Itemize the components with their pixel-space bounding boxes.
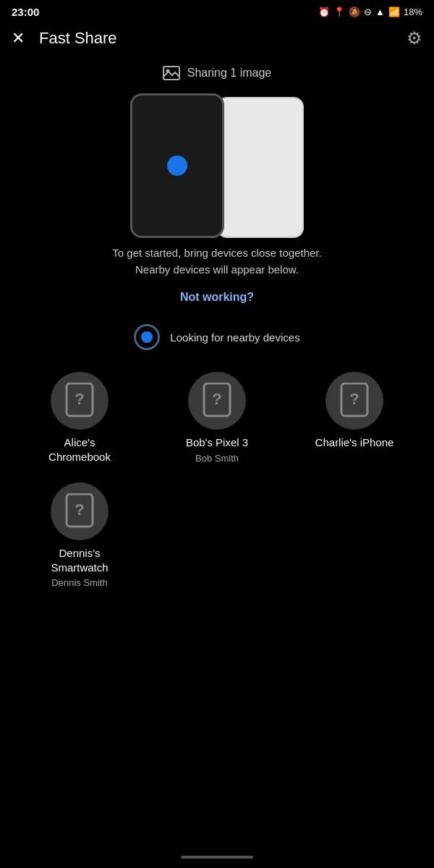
- svg-text:?: ?: [212, 390, 221, 408]
- settings-button[interactable]: ⚙: [407, 28, 422, 48]
- description-text: To get started, bring devices close toge…: [0, 245, 434, 278]
- not-working-link[interactable]: Not working?: [180, 291, 254, 303]
- phone-dot: [167, 156, 187, 176]
- bottom-bar: [0, 846, 434, 868]
- sharing-text: Sharing 1 image: [187, 67, 272, 80]
- battery-icon: 18%: [404, 7, 422, 17]
- device-avatar-alice: ?: [51, 372, 109, 430]
- top-bar-left: ✕ Fast Share: [12, 29, 117, 48]
- svg-text:?: ?: [349, 390, 359, 408]
- mute-icon: 🔕: [349, 7, 360, 17]
- location-icon: 📍: [333, 7, 345, 17]
- home-indicator: [181, 856, 253, 859]
- status-icons: ⏰ 📍 🔕 ⊖ ▲ 📶 18%: [318, 7, 422, 17]
- device-sub-dennis: Dennis Smith: [51, 577, 107, 588]
- device-icon-dennis: ?: [64, 493, 95, 529]
- device-name-alice: Alice'sChromebook: [48, 435, 111, 464]
- device-item-alice[interactable]: ? Alice'sChromebook: [14, 366, 145, 469]
- device-name-dennis: Dennis'sSmartwatch: [51, 546, 108, 574]
- device-avatar-dennis: ?: [51, 482, 109, 540]
- app-title: Fast Share: [39, 29, 117, 48]
- device-name-charlie: Charlie's iPhone: [315, 435, 394, 450]
- svg-text:?: ?: [75, 501, 84, 519]
- devices-grid: ? Alice'sChromebook ? Bob's Pixel 3 Bob …: [0, 366, 434, 594]
- device-icon-charlie: ?: [339, 383, 370, 419]
- device-avatar-charlie: ?: [326, 372, 383, 430]
- radar-ring: [135, 325, 159, 349]
- radar-icon: [134, 324, 160, 350]
- svg-text:?: ?: [75, 390, 84, 408]
- alarm-icon: ⏰: [318, 7, 330, 17]
- device-item-charlie[interactable]: ? Charlie's iPhone: [289, 366, 420, 469]
- svg-rect-0: [163, 67, 179, 80]
- device-item-bob[interactable]: ? Bob's Pixel 3 Bob Smith: [152, 366, 282, 469]
- device-name-bob: Bob's Pixel 3: [186, 435, 248, 450]
- device-item-dennis[interactable]: ? Dennis'sSmartwatch Dennis Smith: [14, 477, 145, 594]
- image-icon: [163, 66, 180, 80]
- top-bar: ✕ Fast Share ⚙: [0, 21, 434, 59]
- phone-illustration: [0, 93, 434, 238]
- looking-row: Looking for nearby devices: [0, 324, 434, 350]
- device-icon-alice: ?: [64, 383, 95, 419]
- status-time: 23:00: [12, 6, 39, 18]
- phone-dark: [130, 93, 224, 238]
- looking-text: Looking for nearby devices: [170, 331, 299, 344]
- close-button[interactable]: ✕: [12, 30, 25, 46]
- dnd-icon: ⊖: [364, 7, 372, 17]
- device-avatar-bob: ?: [188, 372, 246, 430]
- device-sub-bob: Bob Smith: [195, 453, 239, 464]
- sharing-info: Sharing 1 image: [0, 66, 434, 80]
- signal-icon: 📶: [388, 7, 400, 17]
- status-bar: 23:00 ⏰ 📍 🔕 ⊖ ▲ 📶 18%: [0, 0, 434, 21]
- phone-light: [217, 97, 304, 238]
- wifi-icon: ▲: [375, 7, 385, 17]
- device-icon-bob: ?: [202, 383, 232, 419]
- not-working-container: Not working?: [0, 291, 434, 304]
